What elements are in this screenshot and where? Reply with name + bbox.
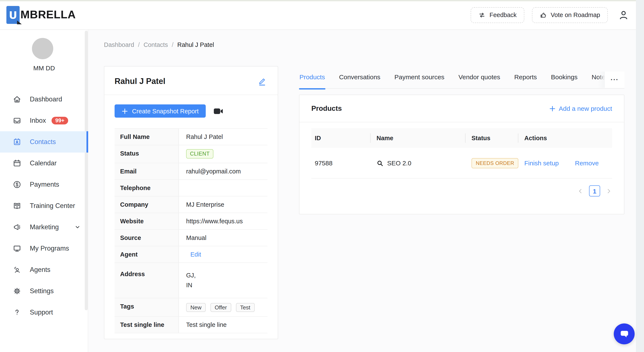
breadcrumb-dashboard[interactable]: Dashboard [104,41,134,48]
field-label: Agent [114,246,179,262]
agent-edit-link[interactable]: Edit [190,251,201,258]
create-snapshot-report-button[interactable]: Create Snapshot Report [114,104,206,118]
plus-icon [122,108,128,114]
vote-label: Vote on Roadmap [551,12,600,18]
snapshot-button-label: Create Snapshot Report [132,108,199,114]
product-table-row: 97588 SEO 2.0 NEEDS ORDER Finish setup [311,148,612,179]
product-status-badge: NEEDS ORDER [472,158,518,168]
chevron-down-icon [74,224,80,230]
sidebar-item-marketing[interactable]: Marketing [0,216,88,238]
logo-fold [17,20,22,24]
sidebar-item-label: Training Center [30,202,75,210]
sidebar: MM DD Dashboard Inbox 99+ [0,30,88,352]
column-header-actions: Actions [518,135,612,142]
products-panel-title: Products [311,104,342,113]
user-account-icon[interactable] [618,9,629,21]
tab-payment-sources[interactable]: Payment sources [394,72,445,89]
field-row-source: Source Manual [114,230,268,246]
inbox-count-badge: 99+ [52,117,68,125]
sidebar-item-training-center[interactable]: Training Center [0,195,88,216]
tag-chip: New [186,303,206,312]
logo-letter: U [9,10,17,20]
sidebar-item-label: Payments [30,181,59,188]
sidebar-item-inbox[interactable]: Inbox 99+ [0,110,88,131]
tabs-more-button[interactable]: ··· [605,72,624,88]
page-scrollbar[interactable] [636,0,644,352]
products-panel: Products Add a new product ID Name Statu… [299,95,624,214]
field-value: rahul@yopmail.com [179,163,268,179]
breadcrumb: Dashboard / Contacts / Rahul J Patel [104,41,214,48]
tab-reports[interactable]: Reports [514,72,537,89]
field-row-email: Email rahul@yopmail.com [114,163,268,180]
brand-logo[interactable]: U MBRELLA [6,6,76,24]
question-mark-icon [13,308,21,317]
chat-launcher-button[interactable] [614,323,635,344]
sidebar-item-support[interactable]: Support [0,302,88,323]
chat-bubble-icon [619,328,630,339]
sidebar-item-label: Calendar [30,159,57,167]
feedback-button[interactable]: Feedback [471,7,524,23]
add-new-product-link[interactable]: Add a new product [550,105,612,112]
tab-bookings[interactable]: Bookings [550,72,578,89]
open-book-icon [13,202,21,210]
products-table: ID Name Status Actions 97588 SEO 2.0 [311,128,612,179]
brand-name: MBRELLA [20,8,76,21]
sidebar-item-calendar[interactable]: Calendar [0,153,88,174]
user-avatar[interactable] [32,38,53,59]
video-camera-icon[interactable] [213,106,224,116]
field-label: Test single line [114,317,179,333]
sidebar-item-my-programs[interactable]: My Programs [0,238,88,259]
field-value: Manual [179,230,268,246]
sidebar-item-label: Agents [30,266,50,274]
sidebar-item-payments[interactable]: Payments [0,174,88,195]
field-value: Test single line [179,317,268,333]
sidebar-item-label: Contacts [30,138,56,146]
remove-link[interactable]: Remove [575,159,599,167]
plus-icon [550,106,556,111]
sidebar-nav: Dashboard Inbox 99+ [0,89,88,323]
chevron-left-icon[interactable] [577,188,584,194]
sidebar-user-name: MM DD [0,64,88,72]
breadcrumb-contacts[interactable]: Contacts [144,41,168,48]
tab-vendor-quotes[interactable]: Vendor quotes [458,72,501,89]
contact-card: Rahul J Patel Create Snapshot Report [104,66,278,339]
field-label: Address [114,263,179,298]
feedback-label: Feedback [490,12,516,18]
chevron-right-icon[interactable] [606,188,612,194]
thumbs-up-icon [540,11,547,19]
sidebar-item-contacts[interactable]: Contacts [0,131,88,153]
breadcrumb-separator: / [138,41,140,48]
vote-on-roadmap-button[interactable]: Vote on Roadmap [532,7,608,23]
contact-name-title: Rahul J Patel [114,77,166,86]
top-edge-strip [0,0,644,1]
field-label: Source [114,230,179,246]
edit-pencil-icon[interactable] [258,77,267,86]
field-label: Full Name [114,129,179,145]
tag-chip: Offer [210,303,231,312]
sidebar-item-settings[interactable]: Settings [0,280,88,302]
status-badge: CLIENT [186,149,214,159]
pagination-page-1[interactable]: 1 [589,185,600,196]
field-row-company: Company MJ Enterprise [114,196,268,213]
sidebar-item-agents[interactable]: Agents [0,259,88,280]
field-row-website: Website https://www.fequs.us [114,213,268,230]
tab-products[interactable]: Products [299,72,326,89]
active-indicator-bar [86,131,88,153]
home-icon [13,95,21,104]
field-label: Company [114,196,179,213]
field-row-test-single-line: Test single line Test single line [114,317,268,333]
field-row-telephone: Telephone [114,180,268,196]
tab-conversations[interactable]: Conversations [338,72,381,89]
column-header-id: ID [311,135,370,142]
inbox-icon [13,116,21,125]
field-row-address: Address GJ, IN [114,263,268,298]
field-label: Status [114,145,179,163]
sidebar-item-dashboard[interactable]: Dashboard [0,89,88,110]
field-label: Website [114,213,179,229]
product-name: SEO 2.0 [387,159,411,167]
breadcrumb-current: Rahul J Patel [177,41,214,48]
address-line: IN [186,280,265,290]
umbrella-logo-icon: U [6,6,20,24]
field-value: MJ Enterprise [179,196,268,213]
finish-setup-link[interactable]: Finish setup [524,159,559,167]
